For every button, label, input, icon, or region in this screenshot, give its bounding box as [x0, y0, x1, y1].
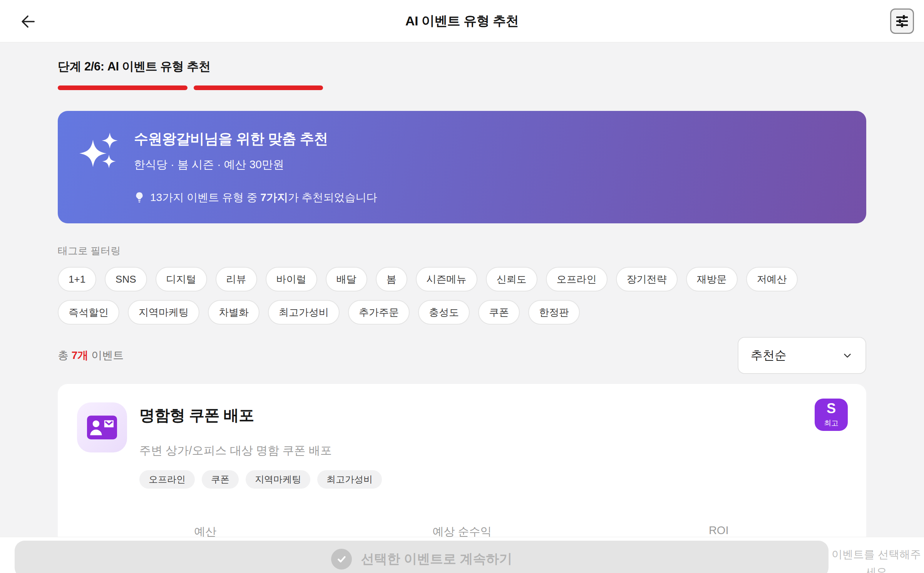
event-count-number: 7개 — [72, 349, 89, 361]
filter-tag[interactable]: 시즌메뉴 — [416, 267, 477, 292]
continue-button[interactable]: 선택한 이벤트로 계속하기 — [15, 541, 829, 573]
banner-subtitle: 한식당 · 봄 시즌 · 예산 30만원 — [134, 157, 377, 173]
step-label: 단계 2/6: AI 이벤트 유형 추천 — [58, 59, 866, 75]
filter-tag[interactable]: 장기전략 — [616, 267, 678, 292]
check-circle-icon — [331, 549, 352, 570]
banner-note: 13가지 이벤트 유형 중 7가지가 추천되었습니다 — [134, 190, 377, 205]
progress-segment-4 — [465, 85, 595, 90]
banner-text: 수원왕갈비님을 위한 맞춤 추천 한식당 · 봄 시즌 · 예산 30만원 13… — [134, 129, 377, 205]
contact-card-icon — [87, 416, 117, 439]
banner-title: 수원왕갈비님을 위한 맞춤 추천 — [134, 129, 377, 149]
lightbulb-icon — [134, 191, 145, 204]
continue-button-label: 선택한 이벤트로 계속하기 — [361, 550, 512, 568]
filter-tag[interactable]: 최고가성비 — [268, 300, 340, 325]
progress-segment-5 — [601, 85, 731, 90]
header: AI 이벤트 유형 추천 — [0, 0, 924, 42]
filter-tag[interactable]: 배달 — [326, 267, 367, 292]
banner-note-text: 13가지 이벤트 유형 중 7가지가 추천되었습니다 — [150, 190, 377, 205]
back-button[interactable] — [17, 11, 40, 32]
main-content: 단계 2/6: AI 이벤트 유형 추천 수원왕갈비님을 위한 맞춤 추천 한식… — [0, 42, 924, 573]
event-count: 총 7개 이벤트 — [58, 348, 124, 363]
progress-segment-6 — [737, 85, 866, 90]
sort-value: 추천순 — [751, 347, 787, 364]
filter-tag[interactable]: 리뷰 — [216, 267, 257, 292]
progress-segment-1 — [58, 85, 187, 90]
filter-tag[interactable]: 봄 — [376, 267, 407, 292]
filter-tag[interactable]: 즉석할인 — [58, 300, 119, 325]
sort-dropdown[interactable]: 추천순 — [738, 337, 866, 374]
event-icon-tile — [77, 402, 127, 452]
selection-helper-text: 이벤트를 선택해주세요 — [829, 537, 924, 573]
tag-filter-label: 태그로 필터링 — [58, 244, 866, 258]
recommendation-banner: 수원왕갈비님을 위한 맞춤 추천 한식당 · 봄 시즌 · 예산 30만원 13… — [58, 111, 866, 223]
results-row: 총 7개 이벤트 추천순 — [58, 337, 866, 374]
progress-segment-3 — [329, 85, 459, 90]
progress-segment-2 — [194, 85, 323, 90]
filter-tag[interactable]: 쿠폰 — [478, 300, 520, 325]
grade-badge: S 최고 — [815, 399, 848, 431]
filter-settings-button[interactable] — [890, 8, 914, 34]
event-title: 명함형 쿠폰 배포 — [139, 405, 382, 426]
event-tag-chip: 쿠폰 — [202, 470, 239, 489]
event-tag-chip: 오프라인 — [139, 470, 195, 489]
page-title: AI 이벤트 유형 추천 — [405, 12, 519, 30]
filter-tag[interactable]: 재방문 — [686, 267, 738, 292]
event-tag-list: 오프라인쿠폰지역마케팅최고가성비 — [139, 470, 382, 489]
event-tag-chip: 최고가성비 — [317, 470, 382, 489]
filter-tag[interactable]: 충성도 — [418, 300, 470, 325]
grade-label: 최고 — [824, 418, 839, 428]
bottom-bar: 선택한 이벤트로 계속하기 이벤트를 선택해주세요 — [0, 537, 924, 573]
filter-tag[interactable]: 저예산 — [746, 267, 798, 292]
grade-letter: S — [827, 402, 836, 416]
sparkles-icon — [79, 130, 119, 170]
filter-tag[interactable]: 추가주문 — [348, 300, 410, 325]
card-main: 명함형 쿠폰 배포 주변 상가/오피스 대상 명함 쿠폰 배포 오프라인쿠폰지역… — [77, 402, 847, 489]
filter-tag[interactable]: 신뢰도 — [486, 267, 537, 292]
filter-tag[interactable]: 1+1 — [58, 267, 96, 292]
chevron-down-icon — [842, 350, 853, 361]
filter-tag[interactable]: SNS — [105, 267, 147, 292]
filter-tag[interactable]: 지역마케팅 — [128, 300, 199, 325]
filter-tag[interactable]: 오프라인 — [546, 267, 608, 292]
progress-bar — [58, 85, 866, 90]
event-description: 주변 상가/오피스 대상 명함 쿠폰 배포 — [139, 443, 382, 459]
arrow-left-icon — [17, 12, 37, 32]
filter-tag[interactable]: 한정판 — [528, 300, 580, 325]
card-content: 명함형 쿠폰 배포 주변 상가/오피스 대상 명함 쿠폰 배포 오프라인쿠폰지역… — [139, 402, 382, 489]
tune-sliders-icon — [894, 13, 910, 29]
stat-label: ROI — [590, 524, 847, 537]
filter-tag[interactable]: 차별화 — [208, 300, 259, 325]
filter-tag[interactable]: 바이럴 — [266, 267, 317, 292]
tag-filter-list: 1+1SNS디지털리뷰바이럴배달봄시즌메뉴신뢰도오프라인장기전략재방문저예산즉석… — [58, 267, 866, 325]
event-tag-chip: 지역마케팅 — [246, 470, 310, 489]
filter-tag[interactable]: 디지털 — [156, 267, 207, 292]
